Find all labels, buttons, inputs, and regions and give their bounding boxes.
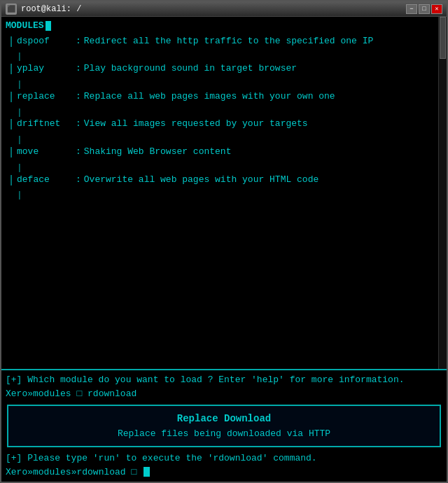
bar-icon: | — [17, 134, 22, 146]
module-name: deface — [17, 174, 73, 186]
module-name: yplay — [17, 62, 73, 75]
minimize-button[interactable]: − — [406, 4, 417, 14]
window-icon: ⬛ — [6, 4, 17, 15]
command-prompt-1: Xero»modules □ rdownload — [6, 387, 442, 401]
bar-icon: | — [8, 174, 15, 189]
list-item: | deface : Overwrite all web pages with … — [6, 174, 442, 189]
list-item: | move : Shaking Web Browser content — [6, 146, 442, 161]
bar-icon: | — [17, 78, 22, 91]
module-box-title: Replace Download — [17, 413, 431, 424]
colon: : — [76, 118, 81, 130]
scrollbar-thumb[interactable] — [440, 17, 446, 59]
module-name: driftnet — [17, 118, 73, 130]
bar-icon: | — [17, 106, 22, 119]
modules-header: MODULES — [6, 20, 442, 32]
help-prompt: [+] Which module do you want to load ? E… — [6, 373, 442, 387]
terminal-content: MODULES | dspoof : Redirect all the http… — [1, 17, 447, 204]
prompt-user: Xero — [6, 388, 27, 399]
module-desc: Overwrite all web pages with your HTML c… — [84, 174, 318, 186]
prompt-command: rdownload — [88, 388, 136, 399]
terminal-body: MODULES | dspoof : Redirect all the http… — [1, 17, 447, 482]
prompt-cursor-box: □ — [71, 388, 88, 399]
bar-icon: | — [8, 90, 15, 106]
prompt-path: »modules — [27, 388, 71, 399]
list-item: | replace : Replace all web pages images… — [6, 90, 442, 106]
module-desc: Shaking Web Browser content — [84, 146, 232, 158]
spacer: | — [6, 190, 442, 201]
colon: : — [76, 174, 81, 186]
titlebar: ⬛ root@kali: / − □ ✕ — [1, 1, 447, 17]
colon: : — [76, 62, 81, 75]
bar-icon: | — [8, 146, 15, 161]
prompt-user2: Xero — [6, 467, 27, 477]
list-item: | dspoof : Redirect all the http traffic… — [6, 35, 442, 50]
bar-icon: | — [8, 62, 15, 78]
modules-section: MODULES | dspoof : Redirect all the http… — [1, 17, 447, 370]
bar-icon: | — [17, 50, 22, 63]
run-prompt: [+] Please type 'run' to execute the 'rd… — [6, 451, 442, 465]
close-button[interactable]: ✕ — [431, 4, 442, 14]
module-desc: View all images requested by your target… — [84, 118, 308, 130]
colon: : — [76, 146, 81, 158]
text-cursor — [144, 467, 150, 477]
maximize-button[interactable]: □ — [419, 4, 430, 14]
module-name: dspoof — [17, 35, 73, 48]
command-prompt-2[interactable]: Xero»modules»rdownload □ — [6, 465, 442, 479]
spacer: | — [6, 162, 442, 174]
module-name: replace — [17, 90, 73, 103]
spacer: | — [6, 51, 442, 62]
bar-icon: | — [8, 35, 15, 50]
colon: : — [76, 90, 81, 103]
bottom-section: [+] Which module do you want to load ? E… — [1, 370, 447, 482]
list-item: | driftnet : View all images requested b… — [6, 118, 442, 133]
bar-icon: | — [17, 189, 22, 202]
prompt-cursor-box2: □ — [126, 467, 142, 477]
window-title: root@kali: / — [21, 4, 406, 14]
colon: : — [76, 35, 81, 48]
terminal-window: ⬛ root@kali: / − □ ✕ MODULES | dspoof : … — [0, 0, 448, 483]
scrollbar[interactable] — [438, 17, 447, 369]
spacer: | — [6, 79, 442, 90]
module-name: move — [17, 146, 73, 158]
module-desc: Replace all web pages images with your o… — [84, 90, 335, 103]
list-item: | yplay : Play background sound in targe… — [6, 62, 442, 78]
module-desc: Redirect all the http traffic to the spe… — [84, 35, 373, 48]
module-info-box: Replace Download Replace files being dow… — [7, 405, 441, 447]
spacer: | — [6, 134, 442, 146]
prompt-path2: »modules»rdownload — [27, 467, 125, 477]
module-box-desc: Replace files being downloaded via HTTP — [17, 428, 431, 439]
spacer: | — [6, 106, 442, 118]
bar-icon: | — [17, 162, 22, 174]
bar-icon: | — [8, 118, 15, 133]
module-desc: Play background sound in target browser — [84, 62, 297, 75]
window-controls: − □ ✕ — [406, 4, 442, 14]
